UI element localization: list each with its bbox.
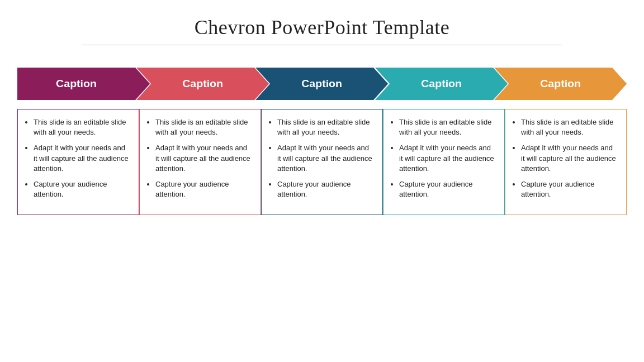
list-item: Adapt it with your needs and it will cap… xyxy=(521,143,618,174)
chevron-item-4: Caption xyxy=(375,68,508,100)
chevron-item-5: Caption xyxy=(494,68,627,100)
svg-text:Caption: Caption xyxy=(182,78,223,89)
list-item: Adapt it with your needs and it will cap… xyxy=(155,143,253,174)
list-item: Adapt it with your needs and it will cap… xyxy=(34,143,131,174)
chevron-item-3: Caption xyxy=(255,68,388,100)
chevron-row: CaptionCaptionCaptionCaptionCaption xyxy=(17,68,627,100)
svg-text:Caption: Caption xyxy=(56,78,97,89)
page-title: Chevron PowerPoint Template xyxy=(195,16,449,39)
list-item: Capture your audience attention. xyxy=(155,179,253,199)
list-item: Capture your audience attention. xyxy=(277,179,375,199)
card-4: This slide is an editable slide with all… xyxy=(383,109,505,215)
svg-text:Caption: Caption xyxy=(540,78,581,89)
svg-text:Caption: Caption xyxy=(421,78,462,89)
list-item: Capture your audience attention. xyxy=(521,179,618,199)
list-item: Adapt it with your needs and it will cap… xyxy=(277,143,375,174)
list-item: Capture your audience attention. xyxy=(34,179,131,199)
svg-text:Caption: Caption xyxy=(302,78,343,89)
list-item: This slide is an editable slide with all… xyxy=(521,117,618,137)
list-item: This slide is an editable slide with all… xyxy=(399,117,496,137)
list-item: Capture your audience attention. xyxy=(399,179,496,199)
title-divider xyxy=(82,45,562,45)
list-item: This slide is an editable slide with all… xyxy=(34,117,131,137)
list-item: Adapt it with your needs and it will cap… xyxy=(399,143,496,174)
cards-row: This slide is an editable slide with all… xyxy=(17,109,627,215)
card-2: This slide is an editable slide with all… xyxy=(139,109,261,215)
card-3: This slide is an editable slide with all… xyxy=(261,109,383,215)
list-item: This slide is an editable slide with all… xyxy=(155,117,253,137)
card-5: This slide is an editable slide with all… xyxy=(505,109,627,215)
chevron-item-2: Caption xyxy=(136,68,269,100)
list-item: This slide is an editable slide with all… xyxy=(277,117,375,137)
chevron-item-1: Caption xyxy=(17,68,150,100)
card-1: This slide is an editable slide with all… xyxy=(17,109,139,215)
